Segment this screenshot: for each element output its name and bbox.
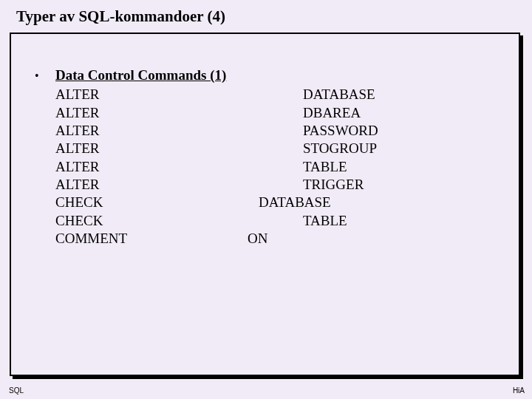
command-right: PASSWORD [303, 122, 504, 140]
bullet-row: • Data Control Commands (1) [35, 66, 504, 84]
command-row: ALTERTRIGGER [35, 176, 504, 194]
command-mid: ON [248, 230, 303, 248]
command-left: ALTER [55, 122, 248, 140]
footer-left: SQL [9, 386, 24, 395]
command-right: DATABASE [303, 86, 504, 103]
command-left: CHECK [55, 212, 248, 230]
command-row: ALTERSTOGROUP [35, 140, 504, 157]
command-left: ALTER [55, 176, 248, 194]
command-list: ALTERDATABASEALTERDBAREAALTERPASSWORDALT… [35, 86, 504, 248]
bullet-icon: • [35, 69, 55, 83]
command-mid [248, 104, 303, 122]
command-right: DATABASE [259, 194, 460, 211]
content-inner: • Data Control Commands (1) ALTERDATABAS… [35, 66, 504, 248]
command-mid [248, 86, 303, 103]
command-right: DBAREA [303, 104, 504, 122]
command-row: ALTERPASSWORD [35, 122, 504, 140]
command-row: CHECKDATABASE [35, 194, 504, 211]
command-left: CHECK [55, 194, 248, 211]
command-left: ALTER [55, 104, 248, 122]
command-row: ALTERDBAREA [35, 104, 504, 122]
command-right [303, 230, 504, 248]
command-mid [248, 122, 303, 140]
command-right: TABLE [303, 158, 504, 176]
command-left: COMMENT [55, 230, 248, 248]
command-row: ALTERTABLE [35, 158, 504, 176]
command-mid [248, 140, 303, 157]
command-mid [248, 212, 303, 230]
slide-title: Typer av SQL-kommandoer (4) [0, 0, 532, 33]
command-mid [248, 176, 303, 194]
command-right: TABLE [303, 212, 504, 230]
command-right: TRIGGER [303, 176, 504, 194]
command-mid [248, 158, 303, 176]
slide: Typer av SQL-kommandoer (4) • Data Contr… [0, 0, 532, 399]
command-right: STOGROUP [303, 140, 504, 157]
command-left: ALTER [55, 86, 248, 103]
command-row: COMMENTON [35, 230, 504, 248]
command-row: ALTERDATABASE [35, 86, 504, 103]
command-left: ALTER [55, 140, 248, 157]
content-box: • Data Control Commands (1) ALTERDATABAS… [10, 33, 520, 376]
footer-right: HiA [513, 386, 525, 395]
section-heading: Data Control Commands (1) [55, 66, 226, 84]
command-row: CHECKTABLE [35, 212, 504, 230]
command-left: ALTER [55, 158, 248, 176]
